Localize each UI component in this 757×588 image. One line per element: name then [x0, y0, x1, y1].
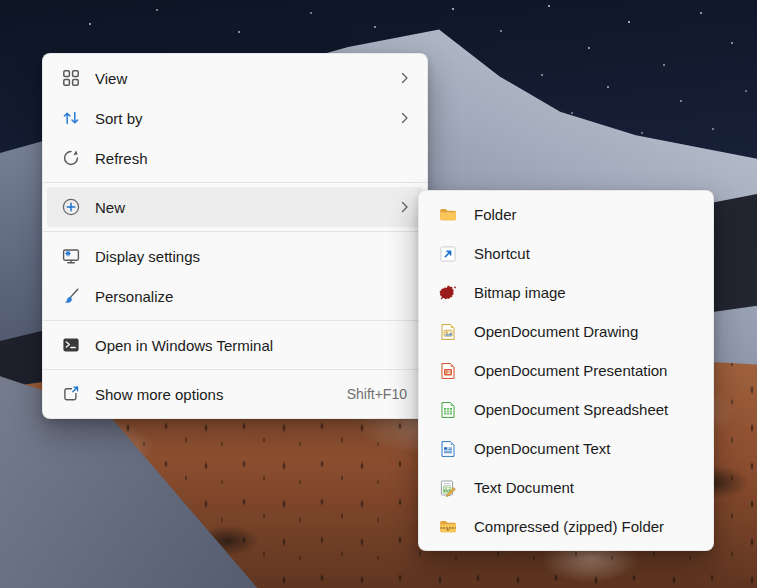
- submenu-item-label: OpenDocument Presentation: [474, 362, 699, 379]
- submenu-item-opendocument-spreadsheet[interactable]: OpenDocument Spreadsheet: [423, 390, 709, 429]
- submenu-item-opendocument-presentation[interactable]: OpenDocument Presentation: [423, 351, 709, 390]
- sort-arrows-icon: [61, 108, 81, 128]
- desktop-context-menu: View Sort by Refresh New: [42, 53, 428, 419]
- menu-item-shortcut: Shift+F10: [347, 386, 407, 402]
- windows-terminal-icon: [61, 335, 81, 355]
- text-document-icon: [438, 478, 458, 498]
- submenu-item-bitmap-image[interactable]: Bitmap image: [423, 273, 709, 312]
- new-plus-circle-icon: [61, 197, 81, 217]
- submenu-item-label: OpenDocument Drawing: [474, 323, 699, 340]
- submenu-item-label: Text Document: [474, 479, 699, 496]
- menu-item-label: New: [95, 199, 397, 216]
- chevron-right-icon: [397, 110, 413, 126]
- menu-separator: [43, 182, 427, 183]
- paintbrush-icon: [61, 286, 81, 306]
- menu-separator: [43, 369, 427, 370]
- view-grid-icon: [61, 68, 81, 88]
- refresh-icon: [61, 148, 81, 168]
- menu-item-display-settings[interactable]: Display settings: [47, 236, 423, 276]
- submenu-item-compressed-zipped-folder[interactable]: Compressed (zipped) Folder: [423, 507, 709, 546]
- compressed-zip-folder-icon: [438, 517, 458, 537]
- menu-item-view[interactable]: View: [47, 58, 423, 98]
- submenu-item-opendocument-drawing[interactable]: OpenDocument Drawing: [423, 312, 709, 351]
- menu-separator: [43, 231, 427, 232]
- menu-item-label: Open in Windows Terminal: [95, 337, 413, 354]
- submenu-item-text-document[interactable]: Text Document: [423, 468, 709, 507]
- submenu-item-folder[interactable]: Folder: [423, 195, 709, 234]
- submenu-item-label: OpenDocument Text: [474, 440, 699, 457]
- submenu-item-opendocument-text[interactable]: OpenDocument Text: [423, 429, 709, 468]
- menu-item-refresh[interactable]: Refresh: [47, 138, 423, 178]
- new-submenu: Folder Shortcut Bitmap image: [418, 190, 714, 551]
- menu-separator: [43, 320, 427, 321]
- chevron-right-icon: [397, 70, 413, 86]
- display-settings-icon: [61, 246, 81, 266]
- opendocument-drawing-icon: [438, 322, 458, 342]
- menu-item-label: Sort by: [95, 110, 397, 127]
- submenu-item-label: Bitmap image: [474, 284, 699, 301]
- submenu-item-label: OpenDocument Spreadsheet: [474, 401, 699, 418]
- submenu-item-shortcut[interactable]: Shortcut: [423, 234, 709, 273]
- menu-item-personalize[interactable]: Personalize: [47, 276, 423, 316]
- menu-item-sort-by[interactable]: Sort by: [47, 98, 423, 138]
- opendocument-presentation-icon: [438, 361, 458, 381]
- menu-item-open-in-windows-terminal[interactable]: Open in Windows Terminal: [47, 325, 423, 365]
- opendocument-text-icon: [438, 439, 458, 459]
- opendocument-spreadsheet-icon: [438, 400, 458, 420]
- stars: [0, 0, 2, 2]
- menu-item-show-more-options[interactable]: Show more options Shift+F10: [47, 374, 423, 414]
- chevron-right-icon: [397, 199, 413, 215]
- submenu-item-label: Folder: [474, 206, 699, 223]
- folder-icon: [438, 205, 458, 225]
- submenu-item-label: Shortcut: [474, 245, 699, 262]
- submenu-item-label: Compressed (zipped) Folder: [474, 518, 699, 535]
- menu-item-new[interactable]: New: [47, 187, 423, 227]
- menu-item-label: View: [95, 70, 397, 87]
- show-more-options-icon: [61, 384, 81, 404]
- menu-item-label: Personalize: [95, 288, 413, 305]
- menu-item-label: Show more options: [95, 386, 347, 403]
- menu-item-label: Display settings: [95, 248, 413, 265]
- menu-item-label: Refresh: [95, 150, 413, 167]
- shortcut-arrow-icon: [438, 244, 458, 264]
- bitmap-splat-icon: [438, 283, 458, 303]
